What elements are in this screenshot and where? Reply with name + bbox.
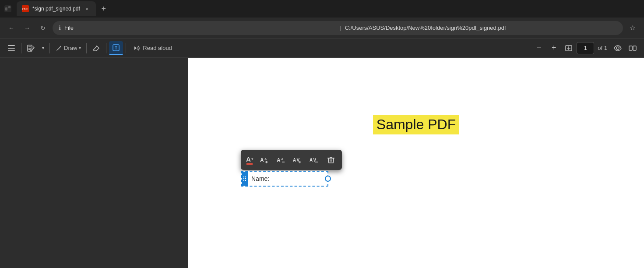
svg-point-40 — [245, 180, 246, 181]
svg-text:A: A — [260, 157, 264, 163]
draw-dropdown-icon[interactable]: ▾ — [79, 46, 81, 50]
separator-2 — [49, 43, 50, 53]
text-tool-button[interactable]: T — [109, 41, 123, 55]
text-format-toolbar: A ▾ A A A — [241, 150, 342, 170]
favorite-button[interactable]: ☆ — [626, 22, 639, 34]
text-drag-handle[interactable] — [242, 172, 248, 186]
eraser-button[interactable] — [89, 41, 103, 55]
text-box-content: Name: — [248, 175, 327, 182]
svg-point-37 — [243, 178, 244, 179]
svg-marker-13 — [134, 46, 137, 50]
toolbar-right: − + of 1 — [532, 41, 640, 55]
svg-rect-18 — [629, 46, 632, 50]
pdf-title: Sample PDF — [373, 115, 459, 134]
new-tab-button[interactable]: + — [98, 3, 110, 15]
annotation-dropdown[interactable]: ▾ — [39, 41, 47, 55]
main-content: Sample PDF A ▾ A A — [0, 58, 644, 268]
increase-font-size-button[interactable]: A A — [257, 152, 272, 167]
separator-4 — [106, 43, 106, 53]
zoom-in-button[interactable]: + — [547, 41, 561, 55]
svg-rect-19 — [633, 46, 636, 50]
pdf-area: Sample PDF A ▾ A A — [188, 58, 644, 268]
info-icon: ℹ — [59, 25, 61, 31]
separator-1 — [21, 43, 21, 53]
text-input-box[interactable]: Name: — [241, 171, 328, 187]
immersive2-button[interactable] — [626, 41, 640, 55]
svg-point-35 — [243, 176, 244, 177]
delete-text-button[interactable] — [324, 152, 338, 167]
pdf-page: Sample PDF A ▾ A A — [188, 58, 644, 268]
refresh-button[interactable]: ↻ — [37, 22, 49, 34]
forward-button[interactable]: → — [21, 22, 33, 34]
browser-icon — [4, 4, 12, 13]
increase-spacing-button[interactable]: AV — [290, 152, 305, 167]
url-text: C:/Users/ASUS/Desktop/New%20folder/sign%… — [345, 25, 617, 31]
tab-bar: PDF *sign pdf_signed.pdf × + — [0, 0, 644, 18]
immersive-reader-button[interactable] — [611, 41, 625, 55]
svg-rect-1 — [5, 7, 7, 11]
svg-rect-4 — [8, 48, 15, 49]
hamburger-button[interactable] — [4, 41, 18, 55]
read-aloud-label: Read aloud — [143, 45, 172, 51]
font-color-dropdown[interactable]: ▾ — [251, 157, 253, 161]
font-color-a: A — [246, 155, 251, 163]
svg-point-38 — [245, 178, 246, 179]
address-input[interactable]: ℹ File | C:/Users/ASUS/Desktop/New%20fol… — [53, 21, 623, 35]
svg-text:A: A — [277, 157, 281, 163]
read-aloud-button[interactable]: Read aloud — [129, 41, 176, 55]
svg-point-36 — [245, 176, 246, 177]
page-number-input[interactable] — [577, 42, 594, 54]
tab-favicon: PDF — [22, 5, 29, 12]
font-color-button[interactable]: A ▾ — [244, 152, 255, 167]
svg-text:A: A — [281, 157, 284, 161]
draw-button[interactable]: Draw ▾ — [53, 41, 84, 55]
address-bar: ← → ↻ ℹ File | C:/Users/ASUS/Desktop/New… — [0, 18, 644, 39]
zoom-out-button[interactable]: − — [532, 41, 546, 55]
svg-rect-3 — [8, 45, 15, 46]
fit-button[interactable] — [562, 41, 576, 55]
tab-title: *sign pdf_signed.pdf — [32, 6, 80, 12]
svg-text:A: A — [264, 157, 267, 161]
svg-text:T: T — [115, 46, 117, 50]
decrease-font-size-button[interactable]: A A — [274, 152, 289, 167]
svg-point-17 — [616, 47, 619, 49]
text-resize-handle[interactable] — [325, 176, 331, 182]
separator-5 — [126, 43, 126, 53]
font-color-underline — [246, 163, 253, 165]
active-tab[interactable]: PDF *sign pdf_signed.pdf × — [17, 1, 96, 16]
left-panel — [0, 58, 188, 268]
pdf-toolbar: ▾ Draw ▾ T Read aloud − + — [0, 39, 644, 58]
svg-point-39 — [243, 180, 244, 181]
separator-3 — [86, 43, 87, 53]
back-button[interactable]: ← — [5, 22, 18, 34]
svg-rect-2 — [8, 6, 11, 8]
svg-rect-5 — [8, 50, 15, 51]
decrease-spacing-button[interactable]: AV — [307, 152, 322, 167]
file-label: File — [64, 25, 336, 31]
url-separator: | — [340, 25, 341, 31]
page-of-label: of 1 — [598, 45, 607, 51]
tab-close-button[interactable]: × — [84, 5, 91, 12]
annotation-button[interactable] — [24, 41, 38, 55]
draw-label: Draw — [64, 45, 77, 51]
